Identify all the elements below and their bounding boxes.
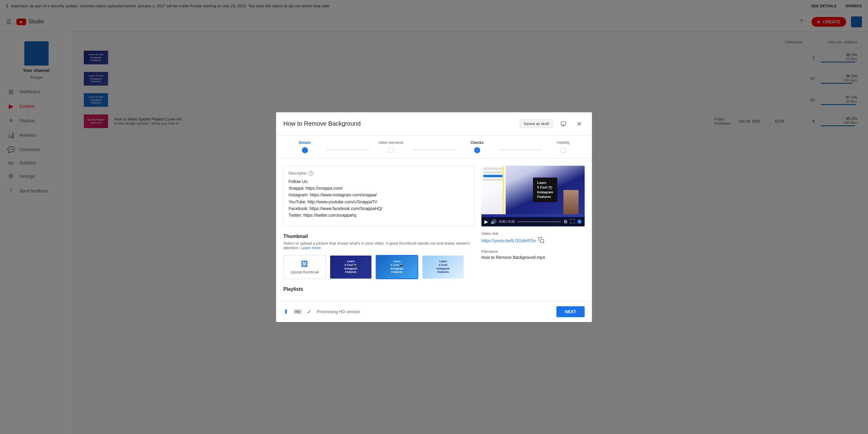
video-progress-bar[interactable] <box>517 221 561 222</box>
video-link-label: Video link <box>482 231 585 236</box>
saved-draft-badge: Saved as draft <box>520 119 553 128</box>
svg-rect-3 <box>540 239 544 242</box>
upload-icon: 🖼 <box>301 260 308 268</box>
learn-more-link[interactable]: Learn more <box>301 245 321 250</box>
thumbnail-option-3[interactable]: Learn5 CoolInstagramFeatures <box>422 255 464 279</box>
thumbnail-option-1[interactable]: Learn5 Cool 📷InstagramFeatures <box>330 255 372 279</box>
description-box[interactable]: Description ? Follow Us: Snappa: https:/… <box>283 166 474 226</box>
thumb3-text: Learn5 CoolInstagramFeatures <box>435 259 451 275</box>
thumbnail-title: Thumbnail <box>283 234 474 239</box>
step-details-label: Details <box>299 140 311 145</box>
modal-feedback-button[interactable] <box>558 119 569 129</box>
modal-overlay: How to Remove Background Saved as draft … <box>0 0 868 434</box>
play-button[interactable]: ▶ <box>485 219 488 225</box>
thumbnail-section: Thumbnail Select or upload a picture tha… <box>283 234 474 279</box>
upload-status-icon: ⬆ <box>283 308 288 315</box>
modal-title: How to Remove Background <box>283 120 515 127</box>
step-visibility-circle <box>560 147 566 153</box>
step-connector-3 <box>499 149 542 150</box>
youtube-cc-icon: Y <box>577 220 582 224</box>
video-sidebar-sim <box>482 166 506 214</box>
filename-text: How to Remove Background.mp4 <box>482 255 585 260</box>
step-details-circle <box>302 147 308 153</box>
modal-header: How to Remove Background Saved as draft … <box>276 112 592 136</box>
person-placeholder <box>563 190 579 214</box>
step-video-elements-label: Video elements <box>378 140 404 145</box>
step-checks-label: Checks <box>470 140 484 145</box>
filename-section: Filename How to Remove Background.mp4 <box>482 249 585 260</box>
modal-right-panel: Learn5 Cool 📷InstagramFeatures ▶ 🔊 <box>482 166 585 294</box>
filename-label: Filename <box>482 249 585 254</box>
description-text[interactable]: Follow Us: Snappa: https://snappa.com/ I… <box>288 178 469 219</box>
fullscreen-button[interactable]: ⛶ <box>570 219 575 224</box>
step-video-elements[interactable]: Video elements <box>369 140 412 153</box>
thumb2-text: Learn5 Cool 📷InstagramFeatures <box>389 259 405 275</box>
video-controls: ▶ 🔊 0:00 / 0:33 ⚙ ⛶ Y <box>482 217 585 226</box>
step-visibility[interactable]: Visibility <box>541 140 585 153</box>
next-button[interactable]: NEXT <box>556 306 585 317</box>
thumbnail-grid: 🖼 Upload thumbnail Learn5 Cool 📷Instagra… <box>283 255 474 279</box>
video-time: 0:00 / 0:33 <box>499 220 515 223</box>
upload-thumbnail-label: Upload thumbnail <box>290 270 318 274</box>
thumb1-text: Learn5 Cool 📷InstagramFeatures <box>343 259 359 275</box>
step-checks-circle: ✓ <box>474 147 480 153</box>
settings-button[interactable]: ⚙ <box>563 219 568 225</box>
upload-thumbnail-button[interactable]: 🖼 Upload thumbnail <box>283 255 326 279</box>
modal-close-button[interactable]: ✕ <box>574 119 585 129</box>
hd-badge: HD <box>293 309 302 314</box>
processing-check-icon: ✓ <box>307 308 312 315</box>
step-video-elements-circle <box>388 147 394 153</box>
description-label: Description ? <box>288 171 469 176</box>
step-connector-2 <box>412 149 456 150</box>
copy-link-button[interactable] <box>538 237 544 244</box>
thumbnail-option-2[interactable]: Learn5 Cool 📷InstagramFeatures <box>376 255 418 279</box>
video-link-url[interactable]: https://youtu.be/lLOGdirtFOo <box>482 238 536 243</box>
modal-body: Description ? Follow Us: Snappa: https:/… <box>276 159 592 301</box>
step-details[interactable]: Details <box>283 140 327 153</box>
processing-text: Processing HD version <box>317 309 552 314</box>
volume-button[interactable]: 🔊 <box>491 219 497 225</box>
step-checks[interactable]: Checks ✓ <box>456 140 499 153</box>
playlists-title: Playlists <box>283 287 474 292</box>
modal-footer: ⬆ HD ✓ Processing HD version NEXT <box>276 301 592 322</box>
video-overlay: Learn5 Cool 📷InstagramFeatures <box>533 177 558 202</box>
modal-left-panel: Description ? Follow Us: Snappa: https:/… <box>283 166 474 294</box>
link-row: https://youtu.be/lLOGdirtFOo <box>482 237 585 244</box>
step-visibility-label: Visibility <box>557 140 570 145</box>
modal: How to Remove Background Saved as draft … <box>276 112 592 322</box>
video-link-section: Video link https://youtu.be/lLOGdirtFOo <box>482 231 585 244</box>
progress-steps: Details Video elements Checks ✓ Visibili… <box>276 136 592 159</box>
video-preview: Learn5 Cool 📷InstagramFeatures ▶ 🔊 <box>482 166 585 226</box>
playlists-section: Playlists <box>283 287 474 292</box>
thumbnail-desc: Select or upload a picture that shows wh… <box>283 241 474 250</box>
description-help-icon: ? <box>309 171 313 176</box>
step-connector-1 <box>327 149 370 150</box>
svg-rect-0 <box>561 122 566 125</box>
